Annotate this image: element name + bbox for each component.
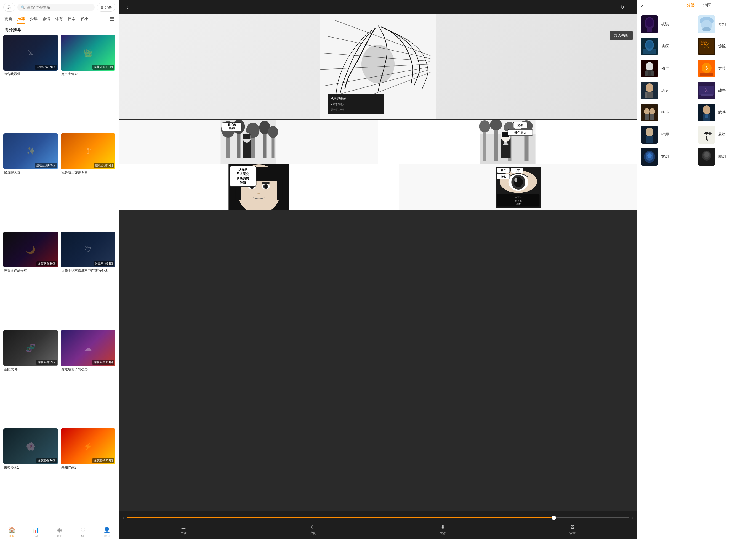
settings-button[interactable]: ⚙ 设置 xyxy=(570,523,576,535)
list-item[interactable]: 🛡 连载至·第95回 红骑士绝不追求不劳而获的金钱 xyxy=(61,232,115,327)
manga-thumb-9: 🌸 连载至·第46回 xyxy=(3,428,58,464)
tab-light[interactable]: 轻小 xyxy=(81,14,88,24)
svg-rect-26 xyxy=(243,133,250,139)
genre-item-dongzuo[interactable]: 动作 xyxy=(641,58,696,78)
manga-badge-7: 连载至·第59回 xyxy=(36,360,57,365)
genre-item-tuili[interactable]: 推理 xyxy=(641,125,696,145)
genre-item-xuanhuan[interactable]: 玄幻 xyxy=(641,147,696,167)
add-shelf-button[interactable]: 加入书架 xyxy=(610,31,633,40)
genre-item-quanmou[interactable]: 权谋 xyxy=(641,14,696,34)
genre-item-zhentan[interactable]: 侦探 xyxy=(641,37,696,56)
svg-rect-32 xyxy=(483,128,486,161)
nav-home[interactable]: 🏠 首页 xyxy=(0,527,24,538)
manga-badge-10: 连载至·第132回 xyxy=(93,458,114,463)
list-item[interactable]: 🧬 连载至·第59回 基因大时代 xyxy=(3,330,58,426)
reader-refresh-button[interactable]: ↻ xyxy=(620,4,624,10)
genre-thumb-quanmou xyxy=(641,16,658,33)
top-bar: 男 🔍 ⊞ 分类 xyxy=(0,0,119,14)
genre-item-wuxia[interactable]: 武侠 xyxy=(698,103,753,122)
manga-thumb-7: 🧬 连载至·第59回 xyxy=(3,330,58,366)
genre-item-zhanzheng[interactable]: ⚔ 战争 xyxy=(698,81,753,101)
genre-row-6: 推理 悬疑 xyxy=(641,125,753,145)
list-item[interactable]: 🗡 连载至·第37回 我是魔王亦是勇者 xyxy=(61,133,115,229)
svg-text:霸气: 霸气 xyxy=(501,169,506,172)
middle-panel: ‹ ↻ ··· 加入书架 xyxy=(119,0,637,539)
svg-text:WAR: WAR xyxy=(701,43,707,46)
genre-row-5: 格斗 武侠 xyxy=(641,103,753,122)
svg-rect-121 xyxy=(650,114,654,120)
list-item[interactable]: ☁ 连载至·第131回 突然成仙了怎么办 xyxy=(61,330,115,426)
list-item[interactable]: 🌸 连载至·第46回 未知漫画1 xyxy=(3,428,58,524)
progress-track[interactable] xyxy=(127,517,629,518)
tab-shonen[interactable]: 少年 xyxy=(30,14,37,24)
svg-rect-103 xyxy=(645,71,648,76)
nav-profile[interactable]: 👤 我的 xyxy=(95,527,119,538)
genre-row-4: 历史 ⚔ 战争 xyxy=(641,81,753,101)
nav-tabs: 更新 推荐 少年 剧情 体育 日常 轻小 ☰ xyxy=(0,14,119,24)
svg-point-101 xyxy=(646,62,653,71)
genre-item-jingji[interactable]: 6 竞技 xyxy=(698,58,753,78)
promote-icon: ⚇ xyxy=(81,527,86,533)
tab-recommend[interactable]: 推荐 xyxy=(17,14,25,24)
cache-button[interactable]: ⬇ 缓存 xyxy=(440,523,446,535)
list-item[interactable]: ⚡ 连载至·第132回 未知漫画2 xyxy=(61,428,115,524)
nav-circle[interactable]: ◉ 圈子 xyxy=(47,527,71,538)
progress-prev-button[interactable]: ‹ xyxy=(123,514,125,521)
list-item[interactable]: ⚔ 连载至·第178回 装备我最强 xyxy=(3,35,58,130)
gender-button[interactable]: 男 xyxy=(3,3,15,12)
tab-category[interactable]: 分类 xyxy=(686,3,695,9)
nav-promote[interactable]: ⚇ 推广 xyxy=(71,527,95,538)
nav-bookshelf[interactable]: 📊 书架 xyxy=(24,527,47,538)
search-input[interactable] xyxy=(27,5,91,9)
catalog-button[interactable]: ☰ 目录 xyxy=(180,523,186,535)
svg-point-94 xyxy=(646,41,653,48)
nav-profile-label: 我的 xyxy=(104,534,109,538)
svg-text:CIVIL: CIVIL xyxy=(701,40,708,43)
manga-title-1: 装备我最强 xyxy=(3,72,58,76)
genre-item-mohuan[interactable]: 魔幻 xyxy=(698,147,753,167)
right-back-button[interactable]: ‹ xyxy=(641,3,643,9)
search-bar[interactable]: 🔍 xyxy=(17,4,95,11)
manga-badge-3: 连载至·第605回 xyxy=(35,163,57,168)
nightmode-button[interactable]: ☾ 夜间 xyxy=(310,523,316,535)
tab-drama[interactable]: 剧情 xyxy=(42,14,50,24)
genre-thumb-jingxian: ⚔ CIVIL WAR xyxy=(698,38,716,55)
svg-text:很弱: 很弱 xyxy=(229,127,235,130)
svg-text:门志: 门志 xyxy=(515,169,520,172)
grid-icon: ⊞ xyxy=(101,5,103,9)
reader-back-button[interactable]: ‹ xyxy=(123,3,132,12)
more-icon[interactable]: ☰ xyxy=(110,16,114,22)
tab-daily[interactable]: 日常 xyxy=(68,14,76,24)
list-item[interactable]: ✨ 连载至·第605回 修真聊天群 xyxy=(3,133,58,229)
reader-content[interactable]: 加入书架 xyxy=(119,14,637,511)
svg-point-133 xyxy=(647,153,652,158)
list-item[interactable]: 👑 连载至·第412回 魔皇大管家 xyxy=(61,35,115,130)
genre-item-gedou[interactable]: 格斗 xyxy=(641,103,696,122)
genre-thumb-qihuan xyxy=(698,16,716,33)
progress-next-button[interactable]: › xyxy=(631,514,633,521)
tab-sports[interactable]: 体育 xyxy=(55,14,63,24)
manga-badge-9: 连载至·第46回 xyxy=(36,458,57,463)
tab-update[interactable]: 更新 xyxy=(4,14,12,24)
manga-title-9: 未知漫画1 xyxy=(3,465,58,470)
section-title: 高分推荐 xyxy=(0,24,119,35)
reader-more-button[interactable]: ··· xyxy=(628,5,633,10)
svg-point-8 xyxy=(362,45,394,83)
genre-item-jingxian[interactable]: ⚔ CIVIL WAR 惊险 xyxy=(698,37,753,56)
genre-label-lishi: 历史 xyxy=(661,88,669,93)
nav-circle-label: 圈子 xyxy=(57,534,62,538)
svg-rect-116 xyxy=(701,94,713,96)
svg-text:脖颈: 脖颈 xyxy=(240,181,246,184)
genre-item-lishi[interactable]: 历史 xyxy=(641,81,696,101)
manga-title-7: 基因大时代 xyxy=(3,367,58,372)
list-item[interactable]: 🌙 连载至·第89回 没有道侣就会死 xyxy=(3,232,58,327)
progress-thumb[interactable] xyxy=(552,515,556,520)
nav-bookshelf-label: 书架 xyxy=(33,534,38,538)
genre-thumb-jingji: 6 xyxy=(698,60,716,77)
classify-button[interactable]: ⊞ 分类 xyxy=(97,3,115,12)
tab-region[interactable]: 地区 xyxy=(703,3,711,9)
svg-rect-112 xyxy=(645,92,647,98)
svg-point-137 xyxy=(704,152,709,157)
genre-item-xuanyi[interactable]: 悬疑 xyxy=(698,125,753,145)
genre-item-qihuan[interactable]: 奇幻 xyxy=(698,14,753,34)
